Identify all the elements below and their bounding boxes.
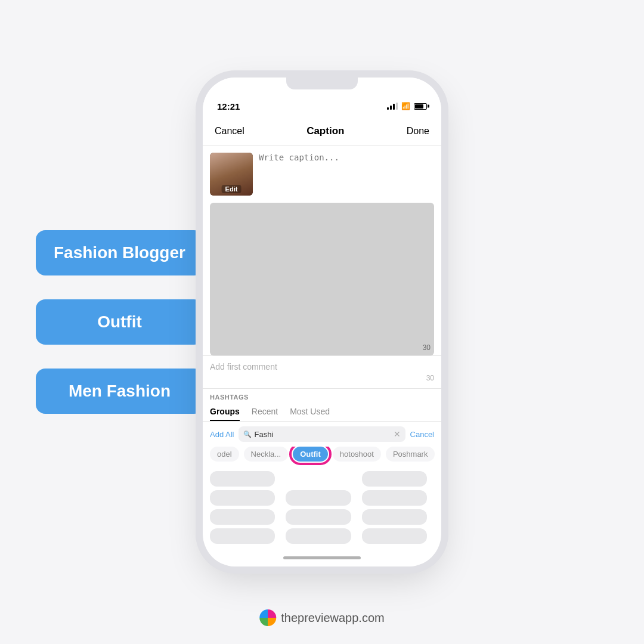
phone-mockup: 12:21 📶 Cancel Caption Done Edit 30 (203, 78, 441, 566)
comment-placeholder[interactable]: Add first comment (210, 362, 434, 371)
hashtag-item[interactable] (286, 528, 351, 544)
nav-bar: Cancel Caption Done (203, 117, 441, 145)
hashtag-tabs: Groups Recent Most Used (203, 403, 441, 422)
edit-label[interactable]: Edit (222, 185, 242, 193)
hashtag-item[interactable] (362, 471, 427, 487)
comment-area: Add first comment 30 (203, 355, 441, 389)
cancel-button[interactable]: Cancel (215, 126, 244, 137)
tab-most-used[interactable]: Most Used (290, 403, 330, 421)
fashion-blogger-button[interactable]: Fashion Blogger (36, 230, 203, 275)
brand-logo (259, 609, 276, 626)
hashtag-item[interactable] (210, 528, 275, 544)
nav-title: Caption (306, 125, 344, 137)
men-fashion-button[interactable]: Men Fashion (36, 369, 203, 414)
chip-outfit-wrapper: Outfit (293, 447, 328, 462)
hashtag-item[interactable] (362, 509, 427, 525)
search-input[interactable]: Fashi (254, 430, 391, 439)
caption-input[interactable] (259, 153, 434, 196)
grey-content-area: 30 (210, 203, 434, 355)
hashtags-label: HASHTAGS (203, 389, 441, 403)
brand-text: thepreviewapp.com (281, 611, 384, 625)
chip-photoshoot[interactable]: hotoshoot (333, 447, 381, 462)
hashtags-section: HASHTAGS Groups Recent Most Used Add All… (203, 389, 441, 466)
phone-notch (203, 78, 441, 95)
chip-model[interactable]: odel (210, 447, 239, 462)
hashtag-item[interactable] (362, 528, 427, 544)
branding: thepreviewapp.com (259, 609, 384, 626)
hashtag-item[interactable] (210, 509, 275, 525)
status-bar: 12:21 📶 (203, 95, 441, 117)
wifi-icon: 📶 (401, 102, 410, 110)
battery-icon (414, 103, 427, 110)
search-row: Add All 🔍 Fashi ✕ Cancel (203, 422, 441, 447)
caption-photo[interactable]: Edit (210, 153, 253, 196)
hashtag-item[interactable] (362, 490, 427, 506)
chip-necklace[interactable]: Neckla... (244, 447, 289, 462)
left-floating-buttons: Fashion Blogger Outfit Men Fashion (36, 230, 203, 414)
caption-area: Edit (203, 145, 441, 203)
chip-poshmark[interactable]: Poshmark (386, 447, 435, 462)
done-button[interactable]: Done (407, 126, 429, 137)
signal-icon (387, 103, 398, 110)
tab-groups[interactable]: Groups (210, 403, 240, 421)
status-icons: 📶 (387, 102, 427, 110)
hashtag-item[interactable] (286, 509, 351, 525)
status-time: 12:21 (217, 101, 240, 112)
hashtag-item[interactable] (210, 490, 275, 506)
chip-outfit[interactable]: Outfit (293, 447, 328, 462)
comment-char-count: 30 (210, 374, 434, 382)
tab-recent[interactable]: Recent (252, 403, 278, 421)
caption-char-count: 30 (423, 343, 431, 352)
search-cancel-button[interactable]: Cancel (410, 430, 434, 439)
add-all-button[interactable]: Add All (210, 430, 234, 439)
home-indicator (203, 549, 441, 566)
search-clear-icon[interactable]: ✕ (394, 429, 401, 439)
outfit-button[interactable]: Outfit (36, 299, 203, 345)
search-icon: 🔍 (243, 431, 252, 438)
search-box[interactable]: 🔍 Fashi ✕ (239, 426, 405, 442)
home-bar (283, 556, 361, 559)
hashtag-item[interactable] (286, 490, 351, 506)
hashtag-item[interactable] (210, 471, 275, 487)
notch-pill (286, 78, 358, 89)
chips-row: odel Neckla... Outfit hotoshoot Poshmark (203, 447, 441, 466)
hashtag-list (203, 466, 441, 549)
